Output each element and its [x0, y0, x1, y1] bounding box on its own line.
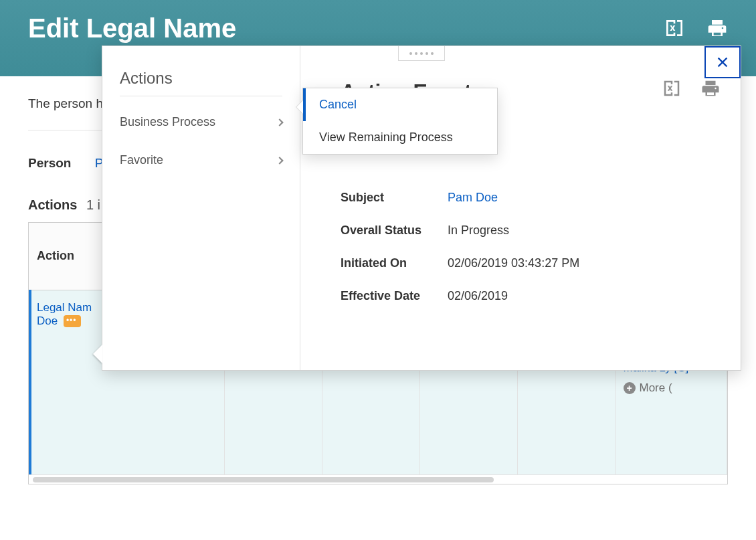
person-label: Person [28, 156, 71, 170]
status-value: In Progress [448, 223, 704, 238]
initiated-label: Initiated On [341, 256, 448, 270]
export-excel-icon[interactable] [664, 17, 685, 39]
detail-toolbar [662, 78, 721, 101]
nav-item-label: Business Process [120, 115, 215, 129]
scrollbar-thumb[interactable] [33, 477, 494, 482]
more-label: More ( [640, 381, 672, 395]
nav-favorite[interactable]: Favorite [120, 141, 282, 179]
submenu-pointer-icon [296, 100, 303, 114]
print-icon[interactable] [706, 17, 728, 39]
plus-circle-icon: + [624, 382, 636, 394]
subject-value[interactable]: Pam Doe [448, 191, 704, 205]
menu-view-remaining-process[interactable]: View Remaining Process [303, 121, 497, 154]
detail-fields: Subject Pam Doe Overall Status In Progre… [341, 191, 704, 303]
page-title: Edit Legal Name [28, 13, 236, 43]
business-process-submenu: Cancel View Remaining Process [302, 88, 498, 155]
actions-count: 1 i [86, 197, 100, 212]
export-excel-icon[interactable] [662, 78, 682, 101]
nav-business-process[interactable]: Business Process [120, 103, 282, 141]
row-selection-marker [29, 290, 31, 484]
popup-pointer-icon [93, 345, 102, 363]
subject-label: Subject [341, 191, 448, 205]
actions-nav: Actions Business Process Favorite [102, 46, 300, 370]
effective-value: 02/06/2019 [448, 289, 704, 303]
horizontal-scrollbar[interactable] [29, 474, 727, 484]
header-actions [664, 17, 728, 39]
more-link[interactable]: + More ( [624, 381, 719, 395]
initiated-value: 02/06/2019 03:43:27 PM [448, 256, 704, 270]
chevron-right-icon [276, 157, 283, 164]
print-icon[interactable] [700, 78, 721, 101]
nav-item-label: Favorite [120, 153, 163, 167]
related-actions-icon[interactable] [64, 315, 81, 327]
actions-nav-title: Actions [120, 69, 282, 96]
actions-label: Actions [28, 197, 77, 212]
effective-label: Effective Date [341, 289, 448, 303]
chevron-right-icon [276, 118, 283, 126]
menu-cancel[interactable]: Cancel [303, 88, 497, 121]
status-label: Overall Status [341, 223, 448, 238]
